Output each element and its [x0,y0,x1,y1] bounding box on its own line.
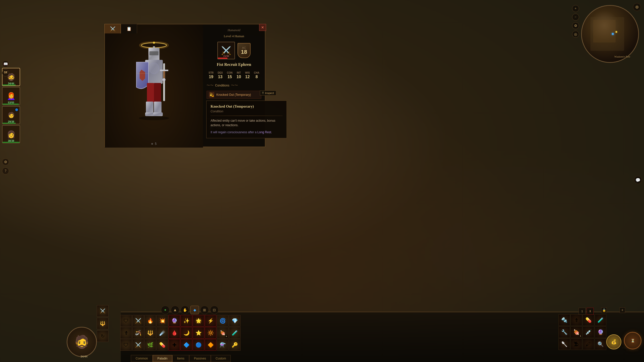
panel-tab-character[interactable]: ⚔️ [104,24,121,33]
character-avatar-bottom[interactable]: 🧔 [67,327,97,357]
char-coordinates: ⊕ 5 [151,142,157,146]
map-settings[interactable]: ⚙ [572,22,579,29]
panel-tab-info[interactable]: 📋 [121,24,137,33]
equip-slot-11[interactable]: 🖊 [583,338,594,350]
action-27[interactable]: 🔵 [193,339,204,351]
action-4[interactable]: 💥 [156,315,168,327]
right-edge-icon[interactable]: 💬 [634,176,642,184]
action-26[interactable]: 🔷 [181,339,192,351]
equip-slot-10[interactable]: 🗜 [571,338,582,350]
tab-passives[interactable]: Passives [189,355,211,362]
tooltip-note: It will regain consciousness after a Lon… [211,130,283,134]
action-16[interactable]: 🌙 [181,327,192,339]
minimap[interactable] [581,5,639,63]
action-28[interactable]: 🔶 [205,339,216,351]
close-panel-button[interactable]: ✕ [259,24,266,31]
action-19[interactable]: 🍖9 [217,327,228,339]
long-rest-link[interactable]: Long Rest [257,130,271,134]
turn-hand-icon[interactable]: ✋ [181,306,189,314]
action-point-1[interactable]: 1 [579,308,586,315]
action-5[interactable]: 🔮 [169,315,180,327]
turn-extra-icon[interactable]: ⊡ [210,306,219,314]
map-btn[interactable]: 🗺 [2,69,9,76]
character-model-svg [129,38,179,134]
settings-btn[interactable]: ⚙ [2,158,9,165]
equip-slot-4[interactable]: 🧪 [595,314,606,326]
tab-common[interactable]: Common [131,355,153,362]
action-7[interactable]: 🌟 [193,315,204,327]
action-10[interactable]: 💎 [229,315,240,327]
equip-slot-2[interactable]: 🗡 [571,314,582,326]
action-18[interactable]: 🔆 [205,327,216,339]
action-22[interactable]: ⚔️ [132,339,144,351]
left-side-buttons: 📖 🗺 [2,60,9,76]
action-11[interactable]: 🗡 [120,327,132,339]
action-13[interactable]: 🔱 [144,327,156,339]
panel-tab-row: ⚔️ 📋 [104,24,137,33]
equip-slot-9[interactable]: 🥄 [558,338,570,350]
action-24[interactable]: 💊 [156,339,168,351]
map-waypoint[interactable]: ◎ [572,31,579,38]
conditions-list: 💫 Knocked Out (Temporary) T Inspect [207,91,261,99]
action-30[interactable]: 🔑 [229,339,240,351]
character-model-area: ⊕ 5 [105,24,203,148]
tab-items[interactable]: Items [172,355,189,362]
tooltip-description: Affected entity can't move or take actio… [211,118,283,127]
settings-top-right[interactable]: ⚙ [633,3,641,11]
weapon-slot-1[interactable]: ⚔️ [97,305,108,317]
equip-slot-8[interactable]: 🔮 [595,326,606,338]
turn-diamond-icon[interactable]: ◆ [190,306,199,314]
action-2[interactable]: ⚔️ [132,315,144,327]
portrait-2[interactable]: 👩‍🦰 53/55 [2,87,20,105]
tab-custom[interactable]: Custom [211,355,231,362]
map-zoom-out[interactable]: − [572,14,579,21]
action-point-2[interactable]: II [587,308,594,315]
action-1[interactable]: 🛡 [120,315,132,327]
turn-triangle-icon[interactable]: ▲ [171,306,179,314]
action-21[interactable]: 🛡 [120,339,132,351]
portrait-3[interactable]: 🧑 🔵 29/38 [2,106,20,124]
weapon-slot-3[interactable]: ↻ [97,330,108,342]
action-23[interactable]: 🌿 [144,339,156,351]
gold-button[interactable]: 💰 [606,334,621,349]
journal-btn[interactable]: 📖 [2,60,9,67]
stats-row: STR 19 DEX 13 CON 15 INT 10 WIS 12 CHA 8 [207,70,261,80]
equip-slot-3[interactable]: 💊 [583,314,594,326]
tab-paladin[interactable]: Paladin [153,355,172,362]
equip-slot-5[interactable]: 🔧 [558,326,570,338]
action-3[interactable]: 🔥 [144,315,156,327]
equip-slot-1[interactable]: 🔩 [558,314,570,326]
equip-slot-6[interactable]: 🍖1 [571,326,582,338]
action-25[interactable]: ✚ [169,339,180,351]
add-slot-button[interactable]: + [620,307,625,313]
svg-rect-9 [163,63,165,101]
svg-rect-4 [149,51,158,55]
conditions-divider: 〜〜 Conditions 〜〜 [207,83,261,88]
char-portrait: ⚔️ 21/36 [217,42,235,59]
help-btn[interactable]: ? [2,167,9,174]
knocked-out-tooltip: Knocked Out (Temporary) Condition Affect… [206,101,287,138]
lock-icon[interactable]: 🔒 [601,307,607,313]
condition-knocked-out[interactable]: 💫 Knocked Out (Temporary) T Inspect [207,91,261,99]
end-turn-button[interactable]: ⏳ [624,332,641,349]
condition-name: Knocked Out (Temporary) [216,93,251,97]
map-zoom-in[interactable]: + [572,5,579,12]
turn-grid-icon[interactable]: ⊞ [200,306,209,314]
portrait-4[interactable]: 👩 38/38 [2,125,20,143]
equip-slot-7[interactable]: 💉 [583,326,594,338]
weapon-slot-2[interactable]: 🔱 [97,318,108,329]
action-12[interactable]: 🪃 [132,327,144,339]
action-8[interactable]: ⚡ [205,315,216,327]
action-20[interactable]: 🧪 [229,327,240,339]
action-9[interactable]: 🌀 [217,315,228,327]
action-29[interactable]: ⚗️ [217,339,228,351]
inspect-tooltip-button[interactable]: T Inspect [260,90,276,96]
char-portrait-row: ⚔️ 21/36 AC 18 [207,42,261,59]
equip-slot-12[interactable]: 🔍 [595,338,606,350]
turn-active-icon[interactable]: ● [161,306,170,314]
creature-level: Level 4 Human [207,34,261,38]
action-6[interactable]: ✨ [181,315,192,327]
action-15[interactable]: 🩸 [169,327,180,339]
action-14[interactable]: ☄️ [156,327,168,339]
action-17[interactable]: ⭐ [193,327,204,339]
